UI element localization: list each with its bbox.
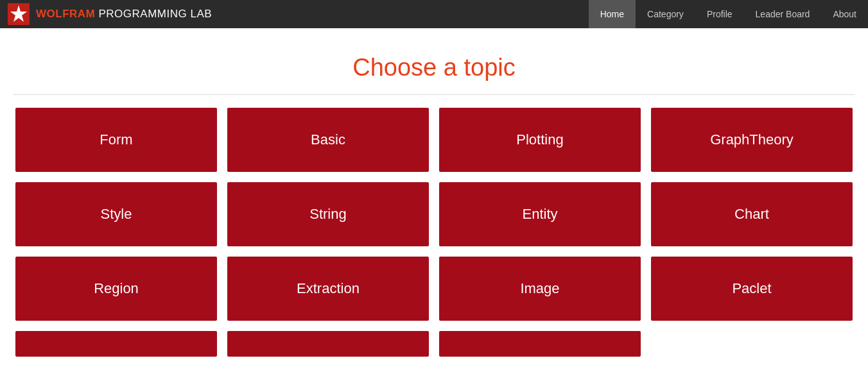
wolfram-logo-icon bbox=[8, 3, 30, 25]
topic-card-entity[interactable]: Entity bbox=[439, 182, 641, 246]
topic-card-form[interactable]: Form bbox=[15, 108, 217, 172]
topic-card-graphtheory[interactable]: GraphTheory bbox=[651, 108, 853, 172]
nav-link-profile[interactable]: Profile bbox=[695, 0, 744, 28]
topic-grid-row2: Style String Entity Chart bbox=[13, 182, 855, 246]
main-content: Choose a topic Form Basic Plotting Graph… bbox=[0, 28, 868, 357]
topic-card-basic[interactable]: Basic bbox=[227, 108, 429, 172]
page-title: Choose a topic bbox=[13, 54, 855, 81]
topic-card-string[interactable]: String bbox=[227, 182, 429, 246]
nav-link-leaderboard[interactable]: Leader Board bbox=[744, 0, 822, 28]
topic-card-plotting[interactable]: Plotting bbox=[439, 108, 641, 172]
topic-card-extraction[interactable]: Extraction bbox=[227, 257, 429, 321]
nav-link-home[interactable]: Home bbox=[589, 0, 636, 28]
topic-card-region[interactable]: Region bbox=[15, 257, 217, 321]
topic-card-partial-2[interactable] bbox=[227, 331, 429, 357]
topic-grid-row1: Form Basic Plotting GraphTheory bbox=[13, 108, 855, 172]
topic-grid-row3: Region Extraction Image Paclet bbox=[13, 257, 855, 321]
nav-title: WOLFRAM PROGRAMMING LAB bbox=[36, 8, 212, 21]
topic-card-partial-1[interactable] bbox=[15, 331, 217, 357]
topic-card-partial-3[interactable] bbox=[439, 331, 641, 357]
topic-card-style[interactable]: Style bbox=[15, 182, 217, 246]
topic-grid-row4-partial bbox=[13, 331, 855, 357]
nav-links: Home Category Profile Leader Board About bbox=[589, 0, 868, 28]
navbar: WOLFRAM PROGRAMMING LAB Home Category Pr… bbox=[0, 0, 868, 28]
topic-card-partial-4 bbox=[651, 331, 853, 357]
nav-link-about[interactable]: About bbox=[821, 0, 868, 28]
nav-brand: WOLFRAM PROGRAMMING LAB bbox=[8, 3, 589, 25]
nav-link-category[interactable]: Category bbox=[636, 0, 695, 28]
divider bbox=[13, 94, 855, 95]
topic-card-chart[interactable]: Chart bbox=[651, 182, 853, 246]
topic-card-image[interactable]: Image bbox=[439, 257, 641, 321]
topic-card-paclet[interactable]: Paclet bbox=[651, 257, 853, 321]
